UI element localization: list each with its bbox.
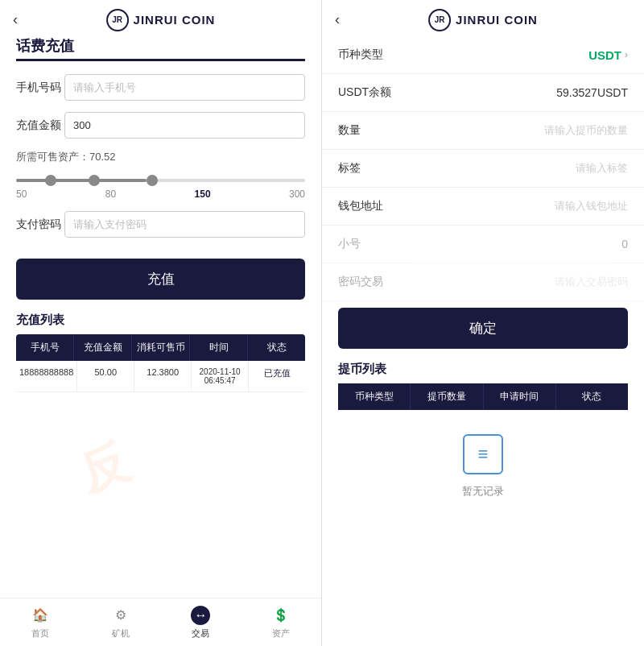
rth-time: 申请时间 bbox=[484, 383, 556, 410]
left-header: ‹ JR JINRUI COIN bbox=[0, 0, 321, 36]
left-logo-text: JINRUI COIN bbox=[134, 13, 216, 27]
slider-thumb-1[interactable] bbox=[45, 175, 56, 186]
left-back-button[interactable]: ‹ bbox=[13, 11, 18, 28]
slider-label-80: 80 bbox=[105, 188, 116, 200]
account-number-row: 小号 0 bbox=[322, 226, 644, 263]
usdt-balance-row: USDT余额 59.3527USDT bbox=[322, 74, 644, 112]
recharge-button[interactable]: 充值 bbox=[16, 259, 305, 300]
tag-row[interactable]: 标签 请输入标签 bbox=[322, 150, 644, 188]
left-table-section: 充值列表 手机号 充值金额 消耗可售币 时间 状态 18888888888 50… bbox=[0, 313, 321, 392]
quantity-row[interactable]: 数量 请输入提币的数量 bbox=[322, 112, 644, 150]
account-number-value: 0 bbox=[621, 238, 628, 251]
trade-password-label: 密码交易 bbox=[338, 275, 555, 289]
phone-row: 手机号码 bbox=[0, 74, 321, 101]
wallet-address-placeholder: 请输入钱包地址 bbox=[555, 199, 628, 213]
right-back-button[interactable]: ‹ bbox=[335, 11, 340, 28]
quantity-label: 数量 bbox=[338, 123, 544, 138]
right-panel: ‹ JR JINRUI COIN 币种类型 USDT › USDT余额 59.3… bbox=[322, 0, 644, 646]
slider-fill bbox=[16, 179, 147, 182]
td-coins: 12.3800 bbox=[134, 361, 192, 391]
currency-type-value: USDT bbox=[588, 48, 621, 62]
right-table-section: 提币列表 币种类型 提币数量 申请时间 状态 ≡ 暂无记录 bbox=[322, 362, 644, 523]
account-number-label: 小号 bbox=[338, 237, 621, 251]
slider-track[interactable] bbox=[16, 179, 305, 182]
trade-password-placeholder: 请输入交易密码 bbox=[555, 275, 628, 289]
td-phone: 18888888888 bbox=[16, 361, 77, 391]
quantity-placeholder: 请输入提币的数量 bbox=[544, 123, 628, 138]
nav-miner[interactable]: ⚙ 矿机 bbox=[80, 598, 161, 646]
nav-miner-label: 矿机 bbox=[112, 627, 130, 640]
right-table-header: 币种类型 提币数量 申请时间 状态 bbox=[338, 383, 628, 410]
table-row: 18888888888 50.00 12.3800 2020-11-1006:4… bbox=[16, 361, 305, 392]
left-logo-icon: JR bbox=[106, 9, 129, 31]
slider-label-300: 300 bbox=[289, 188, 305, 200]
asset-text: 所需可售资产：70.52 bbox=[0, 150, 321, 164]
wallet-address-row[interactable]: 钱包地址 请输入钱包地址 bbox=[322, 188, 644, 226]
th-amount: 充值金额 bbox=[74, 334, 132, 361]
home-icon: 🏠 bbox=[31, 606, 50, 625]
left-table-header: 手机号 充值金额 消耗可售币 时间 状态 bbox=[16, 334, 305, 361]
rth-currency: 币种类型 bbox=[338, 383, 411, 410]
left-panel: ‹ JR JINRUI COIN 话费充值 手机号码 充值金额 所需可售资产：7… bbox=[0, 0, 322, 646]
rth-status: 状态 bbox=[556, 383, 628, 410]
right-logo: JR JINRUI COIN bbox=[428, 9, 538, 31]
slider-labels: 50 80 150 300 bbox=[16, 188, 305, 200]
tag-label: 标签 bbox=[338, 161, 576, 176]
th-status: 状态 bbox=[248, 334, 305, 361]
tag-placeholder: 请输入标签 bbox=[576, 161, 628, 176]
usdt-balance-value: 59.3527USDT bbox=[556, 86, 628, 99]
pay-input[interactable] bbox=[64, 211, 305, 238]
th-coins: 消耗可售币 bbox=[132, 334, 190, 361]
rth-amount: 提币数量 bbox=[411, 383, 483, 410]
right-table-title: 提币列表 bbox=[338, 362, 628, 377]
exchange-icon: ↔ bbox=[191, 606, 210, 625]
right-logo-text: JINRUI COIN bbox=[456, 13, 538, 27]
currency-chevron-icon: › bbox=[625, 49, 628, 60]
empty-text: 暂无记录 bbox=[462, 484, 504, 499]
amount-row: 充值金额 bbox=[0, 112, 321, 139]
slider-label-150: 150 bbox=[195, 188, 211, 200]
amount-label: 充值金额 bbox=[16, 118, 64, 133]
nav-exchange[interactable]: ↔ 交易 bbox=[161, 598, 242, 646]
th-time: 时间 bbox=[190, 334, 248, 361]
section-title-left: 话费充值 bbox=[16, 38, 74, 54]
miner-icon: ⚙ bbox=[111, 606, 130, 625]
left-logo: JR JINRUI COIN bbox=[106, 9, 216, 31]
td-time: 2020-11-1006:45:47 bbox=[192, 361, 249, 391]
phone-label: 手机号码 bbox=[16, 81, 64, 95]
nav-home[interactable]: 🏠 首页 bbox=[0, 598, 80, 646]
phone-input[interactable] bbox=[64, 74, 305, 101]
th-phone: 手机号 bbox=[16, 334, 74, 361]
watermark-left: 反 bbox=[71, 429, 138, 507]
usdt-balance-label: USDT余额 bbox=[338, 85, 556, 100]
right-header: ‹ JR JINRUI COIN bbox=[322, 0, 644, 36]
confirm-button[interactable]: 确定 bbox=[338, 308, 628, 349]
pay-password-row: 支付密码 bbox=[0, 205, 321, 244]
slider-thumb-3[interactable] bbox=[147, 175, 158, 186]
empty-state: ≡ 暂无记录 bbox=[338, 410, 628, 523]
left-table-title: 充值列表 bbox=[16, 313, 305, 328]
wallet-address-label: 钱包地址 bbox=[338, 199, 555, 213]
currency-type-label: 币种类型 bbox=[338, 48, 588, 62]
assets-icon: 💲 bbox=[271, 606, 291, 625]
td-amount: 50.00 bbox=[77, 361, 134, 391]
td-status: 已充值 bbox=[249, 361, 305, 391]
empty-icon: ≡ bbox=[463, 434, 503, 474]
right-logo-icon: JR bbox=[428, 9, 451, 31]
slider-thumb-2[interactable] bbox=[89, 175, 100, 186]
amount-input[interactable] bbox=[64, 112, 305, 139]
slider-label-50: 50 bbox=[16, 188, 27, 200]
nav-assets[interactable]: 💲 资产 bbox=[241, 598, 321, 646]
nav-assets-label: 资产 bbox=[272, 627, 290, 640]
nav-home-label: 首页 bbox=[31, 627, 49, 640]
nav-exchange-label: 交易 bbox=[192, 627, 209, 640]
bottom-nav: 🏠 首页 ⚙ 矿机 ↔ 交易 💲 资产 bbox=[0, 598, 321, 646]
currency-type-row[interactable]: 币种类型 USDT › bbox=[322, 36, 644, 74]
pay-label: 支付密码 bbox=[16, 217, 64, 232]
trade-password-row: 密码交易 请输入交易密码 bbox=[322, 263, 644, 301]
slider-container[interactable]: 50 80 150 300 bbox=[0, 172, 321, 200]
